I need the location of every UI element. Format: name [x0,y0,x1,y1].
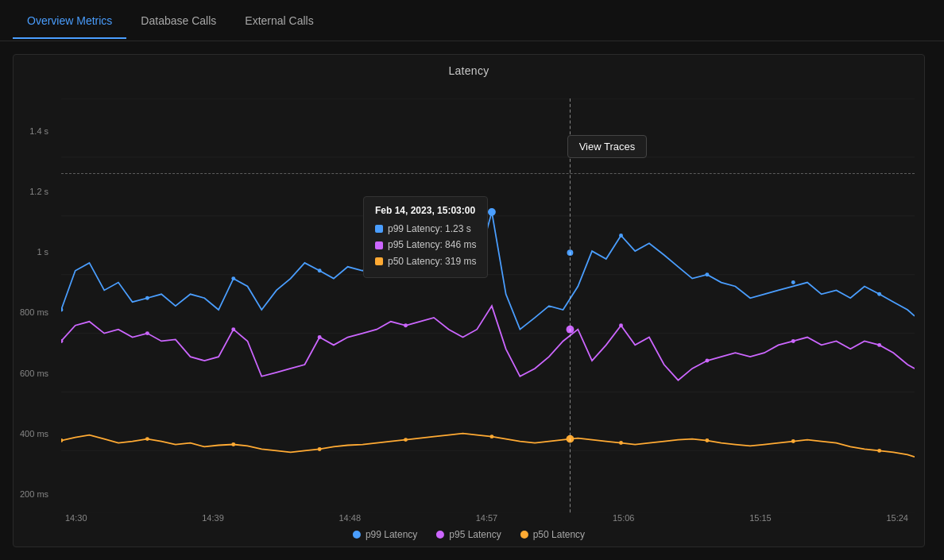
tabs-bar: Overview Metrics Database Calls External… [0,0,944,41]
svg-point-12 [61,308,63,312]
y-label-12s: 1.2 s [29,187,48,196]
page: Overview Metrics Database Calls External… [0,0,944,560]
y-label-14s: 1.4 s [29,126,48,136]
svg-point-17 [619,234,623,238]
svg-point-31 [145,437,149,441]
svg-point-33 [318,447,322,451]
svg-point-28 [791,339,795,343]
svg-point-16 [404,249,408,253]
y-label-400ms: 400 ms [20,429,48,438]
x-label-1430: 14:30 [65,513,87,523]
legend-label-p95: p95 Latency [449,529,501,540]
tab-external-calls[interactable]: External Calls [230,3,327,38]
chart-svg [61,98,915,513]
svg-point-22 [145,331,149,335]
y-label-800ms: 800 ms [20,307,48,317]
y-label-1s: 1 s [37,247,48,257]
svg-point-38 [791,439,795,443]
legend-item-p95: p95 Latency [436,529,501,540]
svg-point-14 [231,276,235,280]
x-label-1524: 15:24 [886,513,908,523]
x-axis: 14:30 14:39 14:48 14:57 15:06 15:15 15:2… [65,513,908,523]
legend-label-p50: p50 Latency [533,529,585,540]
chart-title: Latency [14,55,924,77]
svg-point-13 [145,296,149,300]
x-label-1457: 14:57 [476,513,498,523]
svg-point-23 [231,327,235,331]
y-label-600ms: 600 ms [20,369,48,378]
svg-point-25 [404,323,408,327]
tab-overview-metrics[interactable]: Overview Metrics [13,3,126,38]
x-label-1439: 14:39 [202,513,224,523]
svg-point-24 [318,335,322,339]
x-label-1515: 15:15 [749,513,772,523]
svg-point-32 [231,442,235,446]
legend-dot-p50 [520,531,528,539]
svg-point-27 [705,359,709,363]
chart-legend: p99 Latency p95 Latency p50 Latency [353,529,585,540]
legend-dot-p95 [436,531,444,539]
svg-point-39 [877,449,881,453]
svg-point-19 [791,280,795,284]
svg-point-34 [404,438,408,442]
chart-container: Latency 1.4 s 1.2 s 1 s 800 ms 600 ms 40… [13,54,925,547]
svg-point-29 [877,343,881,347]
svg-point-30 [61,438,63,442]
svg-point-18 [705,272,709,276]
y-label-200ms: 200 ms [20,489,48,499]
svg-point-20 [877,292,881,296]
legend-item-p50: p50 Latency [520,529,585,540]
svg-point-15 [318,268,322,272]
chart-area: Latency 1.4 s 1.2 s 1 s 800 ms 600 ms 40… [0,41,944,560]
svg-point-8 [488,208,496,216]
x-label-1448: 14:48 [339,513,361,523]
legend-label-p99: p99 Latency [366,529,417,540]
y-axis: 1.4 s 1.2 s 1 s 800 ms 600 ms 400 ms 200… [20,126,48,499]
tab-database-calls[interactable]: Database Calls [126,3,230,38]
x-label-1506: 15:06 [613,513,635,523]
legend-item-p99: p99 Latency [353,529,417,540]
svg-point-26 [619,323,623,327]
legend-dot-p99 [353,531,361,539]
svg-point-37 [705,438,709,442]
svg-point-35 [489,434,493,438]
svg-point-36 [619,441,623,445]
view-traces-button[interactable]: View Traces [567,135,648,158]
